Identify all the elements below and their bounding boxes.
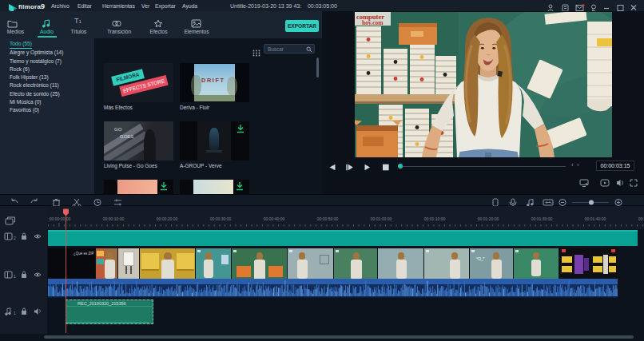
svg-text:1: 1	[14, 274, 16, 279]
svg-text:hoy.com: hoy.com	[362, 19, 384, 26]
svg-text:2: 2	[14, 236, 16, 240]
svg-text:1: 1	[14, 311, 16, 315]
